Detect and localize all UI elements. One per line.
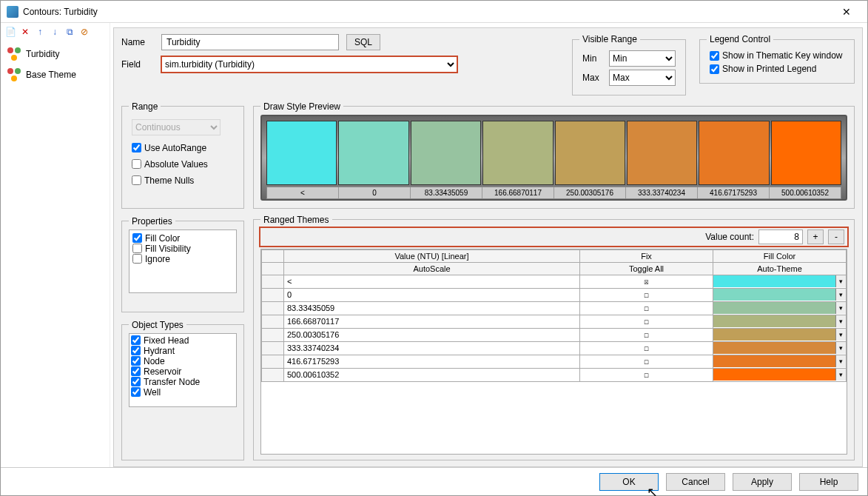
fix-cell[interactable]: ☐ <box>580 355 713 368</box>
fix-cell[interactable]: ☐ <box>580 341 713 355</box>
fill-color-dropdown[interactable]: ▾ <box>835 302 846 314</box>
delete-icon[interactable]: ✕ <box>18 25 32 38</box>
fill-color-dropdown[interactable]: ▾ <box>835 289 846 301</box>
table-row[interactable]: 416.67175293☐▾ <box>262 355 847 368</box>
value-cell[interactable]: 83.33435059 <box>284 301 580 315</box>
new-icon[interactable]: 📄 <box>4 25 17 38</box>
field-label: Field <box>121 59 154 70</box>
preview-swatch-label: 333.33740234 <box>626 187 698 198</box>
theme-icon <box>7 67 21 82</box>
object-type-checkbox[interactable]: Node <box>131 356 235 366</box>
fill-color-dropdown[interactable]: ▾ <box>835 355 846 367</box>
preview-swatch <box>266 121 337 185</box>
visible-max-dropdown[interactable]: Max <box>609 70 676 86</box>
value-cell[interactable]: < <box>284 275 580 288</box>
table-row[interactable]: 166.66870117☐▾ <box>262 315 847 328</box>
fill-color-checkbox[interactable]: Fill Color <box>132 233 233 244</box>
absolute-checkbox[interactable]: Absolute Values <box>132 159 234 170</box>
value-count-minus[interactable]: - <box>828 229 844 244</box>
preview-swatch-label: 83.33435059 <box>411 187 482 198</box>
value-count-input[interactable] <box>758 229 803 244</box>
value-cell[interactable]: 0 <box>284 288 580 301</box>
preview-swatch-label: < <box>267 187 339 198</box>
preview-swatch <box>338 121 408 185</box>
theme-icon <box>7 47 21 61</box>
ranged-themes-group: Ranged Themes Value count: + - <box>253 215 855 460</box>
disable-icon[interactable]: ⊘ <box>78 25 91 38</box>
fill-color-dropdown[interactable]: ▾ <box>835 369 846 381</box>
fill-color-swatch[interactable] <box>713 275 835 287</box>
toggle-all-button[interactable]: Toggle All <box>580 262 713 275</box>
fix-cell[interactable]: ☐ <box>580 288 713 301</box>
object-type-checkbox[interactable]: Fixed Head <box>131 335 235 346</box>
fill-visibility-checkbox[interactable]: Fill Visibility <box>132 244 233 254</box>
object-types-group: Object Types Fixed HeadHydrantNodeReserv… <box>121 320 244 460</box>
preview-swatch-label: 0 <box>339 187 411 198</box>
auto-theme-button[interactable]: Auto-Theme <box>713 262 847 275</box>
apply-button[interactable]: Apply <box>733 473 792 491</box>
app-icon <box>7 6 18 18</box>
sql-button[interactable]: SQL <box>346 34 380 50</box>
object-type-checkbox[interactable]: Well <box>131 387 235 398</box>
fill-color-swatch[interactable] <box>713 289 835 301</box>
fill-color-swatch[interactable] <box>713 355 835 367</box>
sidebar-item-label: Turbidity <box>26 49 60 59</box>
ignore-checkbox[interactable]: Ignore <box>132 254 233 264</box>
sidebar-item-base-theme[interactable]: Base Theme <box>1 64 110 85</box>
object-type-checkbox[interactable]: Reservoir <box>131 366 235 377</box>
fix-cell[interactable]: ☒ <box>580 275 713 288</box>
value-count-label: Value count: <box>705 232 754 242</box>
fix-cell[interactable]: ☐ <box>580 328 713 341</box>
fill-color-swatch[interactable] <box>713 329 835 341</box>
value-cell[interactable]: 500.00610352 <box>284 368 580 381</box>
close-button[interactable]: ✕ <box>832 1 861 22</box>
range-group: Range Continuous Use AutoRange Absolute … <box>121 101 244 209</box>
preview-swatch-label: 416.67175293 <box>698 187 770 198</box>
autorange-checkbox[interactable]: Use AutoRange <box>132 143 234 153</box>
sidebar-item-turbidity[interactable]: Turbidity <box>1 44 110 64</box>
value-cell[interactable]: 250.00305176 <box>284 328 580 341</box>
fill-color-dropdown[interactable]: ▾ <box>835 275 846 287</box>
help-button[interactable]: Help <box>799 473 858 491</box>
fix-cell[interactable]: ☐ <box>580 315 713 328</box>
show-thematic-checkbox[interactable]: Show in Thematic Key window <box>710 50 844 61</box>
table-row[interactable]: 500.00610352☐▾ <box>262 368 847 381</box>
sidebar-item-label: Base Theme <box>26 70 76 80</box>
visible-min-dropdown[interactable]: Min <box>609 50 676 67</box>
properties-group: Properties Fill Color Fill Visibility Ig… <box>121 216 244 312</box>
value-cell[interactable]: 333.33740234 <box>284 341 580 355</box>
fill-color-swatch[interactable] <box>713 369 835 381</box>
down-icon[interactable]: ↓ <box>48 25 61 38</box>
copy-icon[interactable]: ⧉ <box>63 25 76 38</box>
fill-color-swatch[interactable] <box>713 302 835 314</box>
field-dropdown[interactable]: sim.turbidity (Turbidity) <box>161 56 457 73</box>
range-mode-dropdown: Continuous <box>132 119 221 135</box>
visible-range-group: Visible Range Min Min Max Max <box>572 34 686 95</box>
object-type-checkbox[interactable]: Transfer Node <box>131 377 235 387</box>
value-cell[interactable]: 166.66870117 <box>284 315 580 328</box>
table-row[interactable]: 0☐▾ <box>262 288 847 301</box>
autoscale-button[interactable]: AutoScale <box>284 262 580 275</box>
table-row[interactable]: 333.33740234☐▾ <box>262 341 847 355</box>
object-type-checkbox[interactable]: Hydrant <box>131 346 235 356</box>
table-row[interactable]: 250.00305176☐▾ <box>262 328 847 341</box>
table-row[interactable]: 83.33435059☐▾ <box>262 301 847 315</box>
up-icon[interactable]: ↑ <box>33 25 47 38</box>
fill-color-dropdown[interactable]: ▾ <box>835 315 846 327</box>
value-count-plus[interactable]: + <box>807 229 824 244</box>
fill-color-swatch[interactable] <box>713 342 835 354</box>
fix-cell[interactable]: ☐ <box>580 368 713 381</box>
show-printed-checkbox[interactable]: Show in Printed Legend <box>710 64 844 74</box>
fill-color-dropdown[interactable]: ▾ <box>835 329 846 341</box>
preview-swatch <box>627 121 697 185</box>
table-row[interactable]: <☒▾ <box>262 275 847 288</box>
fill-color-swatch[interactable] <box>713 315 835 327</box>
value-cell[interactable]: 416.67175293 <box>284 355 580 368</box>
ok-button[interactable]: OK <box>599 473 659 491</box>
fill-color-dropdown[interactable]: ▾ <box>835 342 846 354</box>
name-input[interactable] <box>161 34 339 50</box>
theme-nulls-checkbox[interactable]: Theme Nulls <box>132 175 234 186</box>
preview-swatch <box>411 121 481 185</box>
fix-cell[interactable]: ☐ <box>580 301 713 315</box>
cancel-button[interactable]: Cancel <box>666 473 725 491</box>
